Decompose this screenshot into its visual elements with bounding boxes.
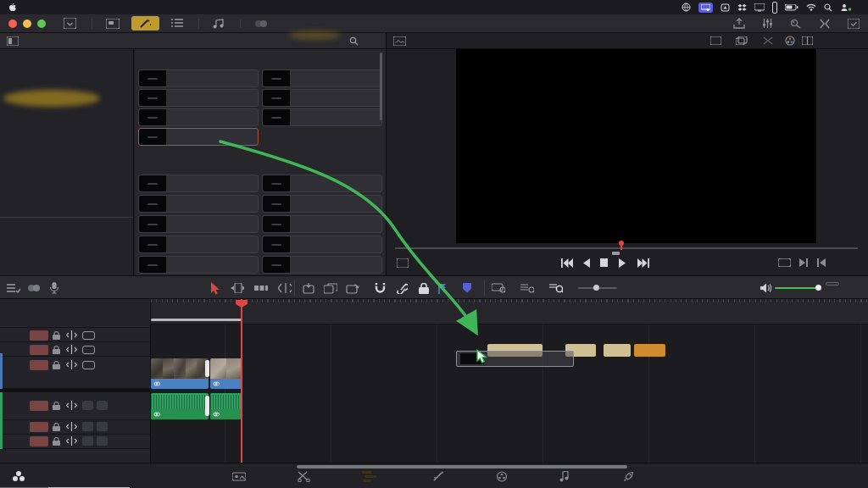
- audio-clip[interactable]: [210, 393, 242, 419]
- go-to-start-button[interactable]: [561, 258, 573, 268]
- dropbox-icon[interactable]: [737, 3, 747, 13]
- sidebar-item-vst-effects[interactable]: [0, 199, 133, 214]
- auto-select-icon[interactable]: [66, 330, 77, 340]
- sidebar-item-titles[interactable]: [0, 97, 133, 112]
- fusion-title-call-out[interactable]: [138, 215, 259, 233]
- sound-library-icon[interactable]: [198, 19, 225, 29]
- video-clip-thumbnails[interactable]: [210, 358, 242, 379]
- track-badge[interactable]: [30, 401, 48, 411]
- sidebar-item-toolbox[interactable]: [0, 53, 133, 68]
- sidebar-item-favorites[interactable]: [0, 221, 133, 236]
- solo-button[interactable]: [82, 422, 93, 431]
- title-scroll[interactable]: [138, 108, 259, 126]
- viewer-source-select-icon[interactable]: [393, 36, 406, 46]
- effects-search-icon[interactable]: [349, 36, 359, 46]
- media-pool-icon[interactable]: [92, 19, 120, 29]
- panel-scrollbar[interactable]: [380, 53, 382, 120]
- track-lock-icon[interactable]: [53, 437, 60, 446]
- project-settings-icon[interactable]: [848, 19, 860, 29]
- speaker-icon[interactable]: [760, 281, 773, 295]
- battery-icon[interactable]: [785, 3, 798, 13]
- keyboard-layout-badge[interactable]: [772, 2, 777, 14]
- page-edit-icon-active[interactable]: [360, 468, 377, 485]
- viewer-scrub-bar[interactable]: [395, 247, 858, 249]
- home-icon[interactable]: [829, 468, 846, 485]
- track-header-a3[interactable]: [0, 435, 151, 449]
- zoom-in-icon[interactable]: [620, 281, 634, 295]
- viewer-mode-icon[interactable]: [710, 36, 721, 45]
- fusion-title-blue-prints[interactable]: [262, 195, 382, 213]
- track-enable-button[interactable]: [82, 331, 95, 340]
- fusion-titles-section-header[interactable]: [142, 158, 379, 171]
- fusion-title-clean-and-simple-lower[interactable]: [262, 256, 382, 274]
- track-header-a1[interactable]: [0, 392, 151, 420]
- stacked-timelines-icon[interactable]: [27, 281, 41, 295]
- display-icon[interactable]: [754, 3, 765, 13]
- timeline-view-options-icon[interactable]: [7, 281, 20, 295]
- fusion-title-background-reveal[interactable]: [138, 175, 259, 192]
- sidebar-item-effects[interactable]: [0, 126, 133, 141]
- fusion-title-circus[interactable]: [138, 236, 259, 253]
- zoom-window-button[interactable]: [37, 19, 46, 28]
- color-viewer-icon[interactable]: [785, 36, 795, 46]
- keyboard-shortcuts-icon[interactable]: [819, 19, 831, 29]
- timeline-ruler[interactable]: [151, 299, 868, 324]
- auto-select-icon[interactable]: [66, 401, 77, 410]
- sidebar-item-video-transitions[interactable]: [0, 68, 133, 82]
- wifi-icon[interactable]: [806, 3, 816, 13]
- panel-layout-toggle-icon[interactable]: [7, 36, 19, 46]
- selection-tool-cursor-icon[interactable]: [209, 281, 222, 295]
- flag-chevron-icon[interactable]: [448, 281, 461, 295]
- clip-trim-handle[interactable]: [205, 396, 209, 416]
- safe-area-icon[interactable]: [397, 258, 409, 268]
- drag-ghost-text-plus[interactable]: [456, 351, 574, 367]
- clip-trim-handle[interactable]: [205, 360, 209, 377]
- stop-button[interactable]: [600, 258, 608, 267]
- track-enable-button[interactable]: [82, 346, 95, 354]
- transitions-preview-icon[interactable]: [240, 19, 268, 28]
- solo-button[interactable]: [82, 436, 93, 446]
- alert-triangle-icon[interactable]: [721, 3, 730, 13]
- auto-select-icon[interactable]: [66, 345, 77, 354]
- zoom-slider-thumb[interactable]: [593, 285, 599, 291]
- close-window-button[interactable]: [8, 19, 17, 28]
- title-text-plus-selected[interactable]: [138, 128, 259, 146]
- page-media-icon[interactable]: [231, 468, 248, 485]
- snapping-magnet-icon[interactable]: [373, 281, 387, 295]
- video-canvas[interactable]: [456, 49, 816, 243]
- title-clip[interactable]: [604, 344, 631, 357]
- next-frame-icon[interactable]: [799, 258, 808, 267]
- sidebar-item-generators[interactable]: [0, 112, 133, 126]
- track-header-a2[interactable]: [0, 420, 151, 435]
- trim-edit-mode-icon[interactable]: [231, 281, 244, 295]
- track-header-v2[interactable]: [0, 343, 151, 357]
- track-badge[interactable]: [30, 422, 48, 432]
- project-manager-icon[interactable]: [64, 18, 76, 29]
- track-header-v3[interactable]: [0, 329, 151, 342]
- metadata-icon[interactable]: [790, 19, 802, 29]
- timeline-playhead[interactable]: [241, 299, 242, 463]
- track-header-v1[interactable]: [0, 358, 151, 389]
- gang-viewers-icon[interactable]: [763, 36, 773, 45]
- sidebar-item-favorites-toolbox[interactable]: [0, 236, 133, 250]
- sidebar-item-resolve-fx[interactable]: [0, 141, 133, 155]
- video-clip-thumbnails[interactable]: [151, 358, 209, 379]
- loop-range-icon[interactable]: [778, 258, 791, 267]
- title-left-lower-third[interactable]: [138, 69, 259, 87]
- track-enable-button[interactable]: [82, 361, 95, 369]
- auto-select-icon[interactable]: [66, 422, 77, 431]
- dual-viewer-icon[interactable]: [802, 36, 813, 45]
- solo-button[interactable]: [82, 401, 93, 410]
- page-color-icon[interactable]: [493, 468, 510, 485]
- auto-select-icon[interactable]: [66, 360, 77, 369]
- prev-frame-icon[interactable]: [817, 258, 826, 267]
- page-fairlight-icon[interactable]: [556, 468, 573, 485]
- apple-icon[interactable]: [8, 3, 17, 13]
- track-lock-icon[interactable]: [53, 331, 60, 340]
- track-lock-icon[interactable]: [53, 361, 60, 369]
- play-button[interactable]: [619, 258, 626, 268]
- effects-library-toggle[interactable]: [131, 16, 159, 30]
- insert-clip-icon[interactable]: [302, 281, 315, 295]
- full-extent-zoom-icon[interactable]: [492, 281, 505, 295]
- sidebar-item-filters[interactable]: [0, 155, 133, 169]
